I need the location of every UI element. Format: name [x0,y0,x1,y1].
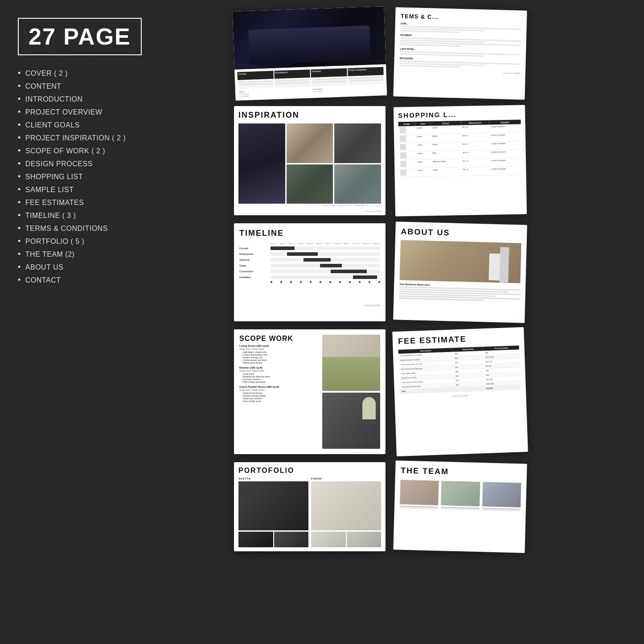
card-shopping: SHOPPING L... Image Item Finish Dimensio… [394,105,527,216]
list-item: ABOUT US [18,263,160,272]
team-grid [400,480,521,511]
fee-company: Company NAME [400,392,521,399]
inspiration-title: INSPIRATION [238,111,381,120]
list-item: SAMPLE LIST [18,185,160,194]
card-concept: Concept Development Technical Project Co… [233,6,387,101]
about-title: ABOUT US [401,227,521,239]
terms-section-3: LATE PAYM... [400,47,521,57]
list-item: DESIGN PROCESS [18,159,160,168]
list-item: PROJECT OVERVIEW [18,107,160,117]
list-item: TERMS & CONDITIONS [18,224,160,233]
inspiration-img-3 [287,164,333,204]
card-terms: TEMS & C... COM... PAYMENT LATE PAYM... [393,7,527,100]
list-item: PROJECT INSPIRATION ( 2 ) [18,133,160,143]
list-item: SCOPE OF WORK ( 2 ) [18,146,160,156]
team-member-2 [441,481,480,510]
list-item: CONTACT [18,275,160,285]
page-count-box: 27 PAGE [18,18,142,55]
fee-title: FEE ESTIMATE [398,332,519,346]
timeline-title: TIMELINE [239,229,380,238]
shopping-table: Image Item Finish Dimensions Supplier Lo… [398,120,521,177]
inspiration-img-tall [238,123,285,204]
portfolio-finish-img [311,481,381,530]
portfolio-sketch-small-2 [274,532,309,547]
list-item: THE TEAM (2) [18,250,160,259]
tl-row-construction: Construction [239,270,380,273]
portfolio-section-label-1: SKETTH [238,477,308,480]
team-member-1 [400,480,439,509]
team-photo-1 [400,480,439,505]
scope-img-1 [322,335,380,391]
tl-row-installation: Installation [239,275,380,279]
portfolio-title: PORTOFOLIO [238,467,381,475]
list-item: FEE ESTIMATES [18,198,160,207]
previews-grid: Concept Development Technical Project Co… [198,0,644,644]
portfolio-finish: FINISH [311,477,381,547]
tl-row-development: Development [239,252,380,256]
card-portfolio: PORTOFOLIO SKETTH FINISH [234,462,386,551]
page-count: 27 PAGE [29,24,131,49]
tl-row-technical: Technical [239,258,380,262]
table-header-4: Project Completion [348,67,384,76]
portfolio-finish-small-1 [311,532,346,547]
inspiration-img-1 [287,123,333,163]
portfolio-finish-small-2 [347,532,381,547]
tl-row-concept: Concept [239,246,380,250]
card-scope: SCOPE WORK Living Room (450 sq.ft) Simpl… [234,329,386,454]
shop-col-item: Item [415,121,431,126]
team-photo-3 [482,482,521,507]
list-item: TIMELINE ( 3 ) [18,211,160,220]
scope-left: SCOPE WORK Living Room (450 sq.ft) Simpl… [239,335,319,449]
card2-title: TEMS & C... [401,12,521,22]
team-title: THE TEAM [401,466,521,478]
terms-section-4: REVISIONS [399,57,520,69]
scope-img-2 [322,393,380,449]
inspiration-company: Company NAME [365,210,382,213]
timeline-chart: Week 1 Week 2 Week 3 Week 4 Week 5 Week … [239,242,380,300]
list-item: PORTFOLIO ( 5 ) [18,237,160,246]
feature-list: COVER ( 2 )CONTENTINTRODUCTIONPROJECT OV… [18,69,160,285]
portfolio-section-label-2: FINISH [311,477,381,480]
scope-right [322,335,380,449]
portfolio-sketch: SKETTH [238,477,308,547]
team-member-3 [482,482,521,511]
inspiration-label: INSPIRING | AESTHETIC | MINIMALIST | LUX… [238,205,381,207]
shopping-title: SHOPPING L... [398,110,521,119]
list-item: INTRODUCTION [18,94,160,104]
table-header-3: Technical [311,68,347,78]
timeline-weeks: Week 1 Week 2 Week 3 Week 4 Week 5 Week … [271,242,380,245]
card-timeline: TIMELINE Week 1 Week 2 Week 3 Week 4 Wee… [234,223,386,321]
left-panel: 27 PAGE COVER ( 2 )CONTENTINTRODUCTIONPR… [18,18,160,288]
team-photo-2 [441,481,480,506]
list-item: COVER ( 2 ) [18,69,160,78]
portfolio-sections: SKETTH FINISH [238,477,381,547]
inspiration-img-2 [334,123,381,163]
fee-table: Description Hourly Rate Price Estimate L… [398,345,521,394]
list-item: SHOPPING LIST [18,172,160,181]
scope-title: SCOPE WORK [239,335,319,343]
portfolio-sketch-small-1 [238,532,273,547]
inspiration-grid [238,123,381,204]
terms-section-2: PAYMENT [400,33,521,48]
list-item: CONTENT [18,82,160,91]
terms-section-1: COM... [400,22,521,34]
card-about: ABOUT US Your Business Name Here [393,222,527,323]
card-fee: FEE ESTIMATE Description Hourly Rate Pri… [392,327,528,456]
table-header-2: Development [274,70,310,79]
tl-row-tender: Tender [239,264,380,267]
inspiration-img-4 [334,164,381,204]
shop-col-image: Image [398,122,415,127]
about-image [399,240,521,283]
card-inspiration: INSPIRATION INSPIRING | AESTHETIC | MINI… [234,106,386,215]
timeline-company: Company NAME [239,304,380,307]
table-header-1: Concept [237,71,273,80]
card-team: THE TEAM [393,460,527,553]
portfolio-sketch-img [238,481,308,530]
list-item: CLIENT GOALS [18,120,160,130]
terms-company: Company NAME [399,69,520,74]
table-row: LoremSteelW·L·HLorem Furniture [399,166,521,177]
